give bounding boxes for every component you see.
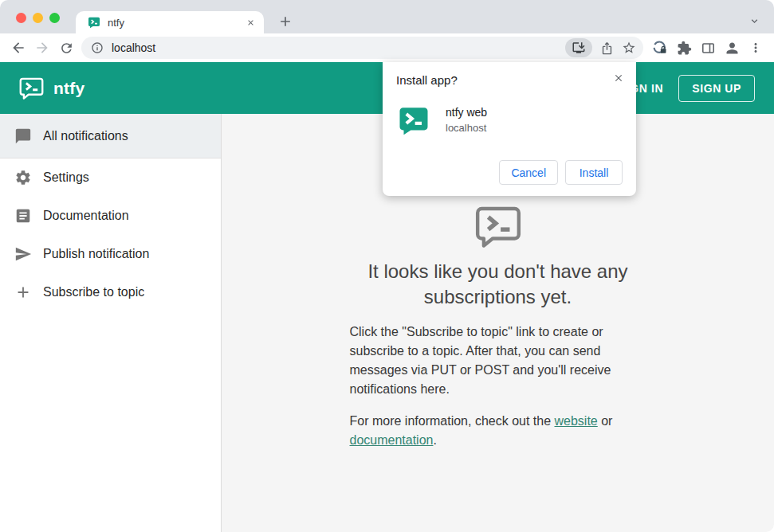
address-bar[interactable]: localhost: [81, 37, 643, 59]
site-info-icon[interactable]: [91, 41, 104, 54]
sidebar-item-all-notifications[interactable]: All notifications: [0, 114, 221, 158]
article-icon: [14, 207, 32, 225]
back-icon[interactable]: [6, 36, 30, 60]
tab-title: ntfy: [108, 17, 243, 29]
dialog-buttons: Cancel Install: [499, 160, 623, 185]
ntfy-app-icon: [398, 104, 430, 136]
extensions-puzzle-icon[interactable]: [672, 36, 696, 60]
tab-strip: ntfy: [0, 0, 774, 33]
privacy-extension-icon[interactable]: [648, 36, 672, 60]
plus-icon: [14, 284, 32, 301]
reload-icon[interactable]: [54, 36, 78, 60]
bookmark-star-icon[interactable]: [618, 37, 640, 58]
chat-icon: [14, 127, 32, 145]
new-tab-button[interactable]: [274, 10, 297, 33]
gear-icon: [14, 169, 32, 186]
documentation-link[interactable]: documentation: [350, 433, 434, 447]
dialog-app-name: ntfy web: [446, 106, 487, 119]
sidebar-item-subscribe-to-topic[interactable]: Subscribe to topic: [0, 273, 221, 311]
sidebar-item-publish-notification[interactable]: Publish notification: [0, 235, 221, 273]
zoom-window-button[interactable]: [49, 13, 60, 23]
sign-up-button[interactable]: SIGN UP: [678, 75, 755, 102]
browser-tab[interactable]: ntfy: [76, 11, 264, 33]
empty-state-paragraph: Click the "Subscribe to topic" link to c…: [350, 323, 637, 399]
dialog-app-row: ntfy web localhost: [398, 104, 487, 136]
brand-title: ntfy: [53, 79, 84, 98]
browser-toolbar: localhost: [0, 33, 774, 62]
send-icon: [14, 245, 32, 263]
browser-window: ntfy localhost: [0, 0, 774, 532]
ntfy-logo-icon: [18, 75, 45, 101]
tab-close-icon[interactable]: [243, 15, 257, 29]
sidebar-item-label: Publish notification: [43, 247, 149, 261]
share-icon[interactable]: [595, 37, 618, 58]
sidebar-item-settings[interactable]: Settings: [0, 158, 221, 197]
url-text[interactable]: localhost: [112, 41, 565, 54]
close-window-button[interactable]: [16, 13, 26, 23]
cancel-button[interactable]: Cancel: [499, 160, 558, 185]
install-button[interactable]: Install: [565, 160, 623, 185]
sidebar-item-documentation[interactable]: Documentation: [0, 197, 221, 235]
website-link[interactable]: website: [555, 414, 598, 428]
sidebar-item-label: All notifications: [43, 129, 128, 143]
dialog-app-origin: localhost: [446, 122, 487, 134]
empty-state-heading: It looks like you don't have any subscri…: [339, 259, 658, 310]
ntfy-empty-state-icon: [473, 201, 523, 251]
side-panel-icon[interactable]: [696, 36, 720, 60]
sidebar: All notifications Settings Documentation: [0, 114, 222, 532]
sidebar-item-label: Documentation: [43, 209, 129, 223]
profile-avatar-icon[interactable]: [720, 36, 744, 60]
ntfy-favicon-icon: [88, 16, 100, 29]
install-app-icon[interactable]: [565, 38, 592, 57]
minimize-window-button[interactable]: [33, 13, 43, 23]
menu-kebab-icon[interactable]: [744, 36, 768, 60]
dialog-title: Install app?: [396, 73, 458, 87]
tab-search-chevron-icon[interactable]: [746, 13, 762, 29]
empty-state-links-paragraph: For more information, check out the webs…: [350, 412, 637, 450]
sidebar-item-label: Subscribe to topic: [43, 285, 144, 299]
dialog-close-icon[interactable]: [610, 69, 627, 87]
install-app-dialog: Install app? ntfy web localhost Cancel I…: [383, 62, 636, 196]
sidebar-item-label: Settings: [43, 170, 89, 185]
traffic-lights: [16, 13, 60, 23]
forward-icon[interactable]: [30, 36, 54, 60]
